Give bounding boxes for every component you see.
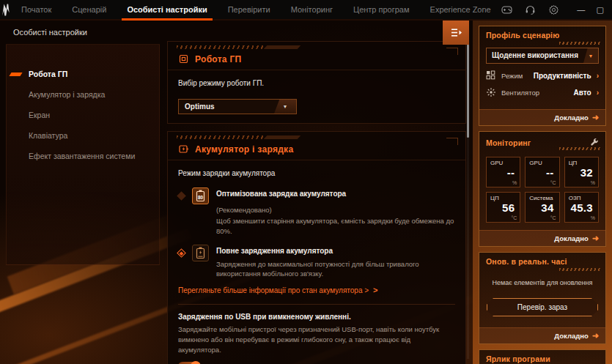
list-arrow-icon bbox=[450, 27, 462, 38]
tab-experience-zone[interactable]: Experience Zone bbox=[420, 0, 501, 19]
right-sidebar: Профіль сценарію Щоденне використання ▼ … bbox=[473, 21, 612, 364]
tab-app-center[interactable]: Центр програм bbox=[343, 0, 420, 19]
scenario-profile-title: Профіль сценарію bbox=[486, 31, 559, 40]
usb-charging-description: Заряджайте мобільні пристрої через призн… bbox=[178, 324, 455, 354]
monitoring-more-label: Докладно bbox=[554, 234, 588, 242]
profile-dropdown[interactable]: Щоденне використання ▼ bbox=[486, 48, 599, 64]
window-controls: — ▢ ✕ bbox=[572, 0, 612, 19]
gpu-mode-label: Вибір режиму роботи ГП. bbox=[178, 79, 455, 87]
tile-cpu-load: ЦП 32 % bbox=[564, 157, 599, 187]
tile-unit: °C bbox=[511, 215, 517, 220]
battery-card-header: Акумулятор і зарядка bbox=[168, 139, 465, 160]
monitoring-panel: Моніторинг GPU -- % GPU -- °C bbox=[479, 131, 606, 247]
mode-value: Продуктивність bbox=[534, 72, 591, 80]
arrow-right-icon: ➜ bbox=[592, 331, 599, 341]
optimized-note-recommended: (Рекомендовано) bbox=[216, 205, 455, 215]
tile-value: 34 bbox=[541, 201, 553, 214]
tile-label: GPU bbox=[490, 160, 503, 166]
tab-monitoring[interactable]: Моніторинг bbox=[281, 0, 343, 19]
tile-unit: °C bbox=[550, 215, 556, 220]
battery-full-icon bbox=[192, 245, 209, 261]
svg-text:80: 80 bbox=[198, 195, 204, 200]
chevron-right-icon: › bbox=[597, 89, 599, 97]
tile-ram-usage: ОЗП 45.3 % bbox=[564, 192, 599, 223]
grid-icon bbox=[486, 70, 496, 81]
settings-sidebar: Робота ГП Акумулятор і зарядка Екран Кла… bbox=[6, 44, 160, 265]
monitoring-more-link[interactable]: Докладно ➜ bbox=[479, 230, 605, 246]
radio-full[interactable] bbox=[177, 248, 186, 258]
minimize-button[interactable]: — bbox=[572, 0, 591, 19]
live-update-title: Онов. в реальн. часі bbox=[486, 257, 567, 266]
sidebar-item-battery[interactable]: Акумулятор і зарядка bbox=[7, 84, 159, 105]
full-charging-description: Зарядження до максимальної потужності дл… bbox=[216, 259, 455, 279]
arrow-right-icon: ➜ bbox=[592, 113, 599, 122]
fan-row[interactable]: Вентилятор Авто › bbox=[486, 87, 599, 97]
battery-card-title: Акумулятор і зарядка bbox=[195, 144, 293, 155]
maximize-button[interactable]: ▢ bbox=[591, 0, 610, 19]
app-shortcuts-panel: Ярлик програми K Докладно ➜ bbox=[479, 349, 606, 364]
sidebar-item-gpu-mode[interactable]: Робота ГП bbox=[7, 64, 159, 84]
gpu-mode-dropdown[interactable]: Optimus ▼ bbox=[178, 99, 297, 114]
tile-label: ЦП bbox=[569, 160, 578, 166]
divider bbox=[178, 304, 455, 305]
gear-icon[interactable] bbox=[548, 4, 560, 15]
monitoring-title: Моніторинг bbox=[486, 138, 531, 147]
profile-more-label: Докладно bbox=[554, 114, 588, 122]
tile-label: Система bbox=[529, 195, 553, 201]
main-scrollbar-thumb[interactable] bbox=[467, 44, 469, 138]
fan-icon bbox=[486, 87, 496, 97]
radio-optimized[interactable] bbox=[177, 191, 186, 201]
chevron-right-icon: › bbox=[597, 72, 599, 80]
sidebar-item-keyboard[interactable]: Клавіатура bbox=[7, 125, 159, 146]
panel-decoration bbox=[559, 42, 600, 45]
nitro-logo-icon bbox=[0, 4, 11, 16]
tile-unit: °C bbox=[550, 180, 556, 185]
tab-personal-settings[interactable]: Особисті настройки bbox=[117, 0, 217, 19]
tab-check[interactable]: Перевірити bbox=[218, 0, 281, 19]
card-corner-bracket bbox=[446, 138, 458, 145]
optimized-charging-label: Оптимізована зарядка акумулятора bbox=[216, 187, 455, 198]
app-shortcuts-title: Ярлик програми bbox=[486, 354, 550, 363]
tile-gpu-load: GPU -- % bbox=[486, 157, 520, 187]
mode-label: Режим bbox=[501, 72, 528, 80]
no-updates-text: Немає елементів для оновлення bbox=[486, 279, 599, 286]
armoury-app-window: Початок Сценарій Особисті настройки Пере… bbox=[0, 0, 612, 364]
panel-decoration bbox=[559, 147, 600, 150]
panel-decoration bbox=[559, 268, 600, 271]
tile-unit: % bbox=[512, 180, 517, 185]
gpu-card-title: Робота ГП bbox=[195, 54, 242, 64]
main-content: Робота ГП Вибір режиму роботи ГП. Optimu… bbox=[167, 41, 466, 364]
mode-row[interactable]: Режим Продуктивність › bbox=[486, 70, 599, 81]
tile-value: -- bbox=[546, 166, 554, 179]
option-optimized-charging: 80 Оптимізована зарядка акумулятора (Рек… bbox=[178, 187, 455, 236]
sidebar-item-boot-effect[interactable]: Ефект завантаження системи bbox=[7, 146, 159, 166]
updates-more-label: Докладно bbox=[554, 332, 588, 340]
tile-label: GPU bbox=[529, 160, 542, 166]
profile-selected-value: Щоденне використання bbox=[487, 48, 583, 63]
profile-more-link[interactable]: Докладно ➜ bbox=[479, 109, 605, 125]
battery-info-link[interactable]: Перегляньте більше інформації про стан а… bbox=[178, 286, 455, 294]
headset-icon[interactable] bbox=[525, 4, 537, 15]
tile-value: 56 bbox=[502, 201, 515, 214]
updates-more-link[interactable]: Докладно ➜ bbox=[479, 327, 605, 343]
sidebar-item-screen[interactable]: Екран bbox=[7, 105, 159, 125]
fan-value: Авто bbox=[574, 89, 591, 97]
chevron-right-icon: > bbox=[373, 286, 377, 294]
gpu-mode-selected-value: Optimus bbox=[179, 100, 274, 114]
tile-label: ОЗП bbox=[569, 195, 581, 201]
tab-home[interactable]: Початок bbox=[11, 0, 62, 19]
collapse-panel-button[interactable] bbox=[443, 21, 469, 45]
tab-scenario[interactable]: Сценарій bbox=[62, 0, 117, 19]
usb-charging-title: Зарядження по USB при вимкненому живленн… bbox=[178, 313, 455, 321]
dropdown-arrow-icon: ▼ bbox=[583, 48, 598, 63]
card-corner-bracket bbox=[446, 48, 458, 55]
check-now-button[interactable]: Перевір. зараз bbox=[487, 298, 598, 316]
battery-info-link-text: Перегляньте більше інформації про стан а… bbox=[178, 286, 369, 294]
main-scrollbar-track[interactable] bbox=[467, 42, 469, 359]
tile-gpu-temp: GPU -- °C bbox=[525, 157, 559, 187]
optimized-note-description: Щоб зменшити старіння акумулятора, ємніс… bbox=[216, 216, 455, 236]
gamepad-icon[interactable] bbox=[501, 4, 513, 15]
titlebar-icons bbox=[501, 4, 560, 15]
tile-value: -- bbox=[507, 166, 515, 179]
tile-label: ЦП bbox=[490, 195, 499, 201]
